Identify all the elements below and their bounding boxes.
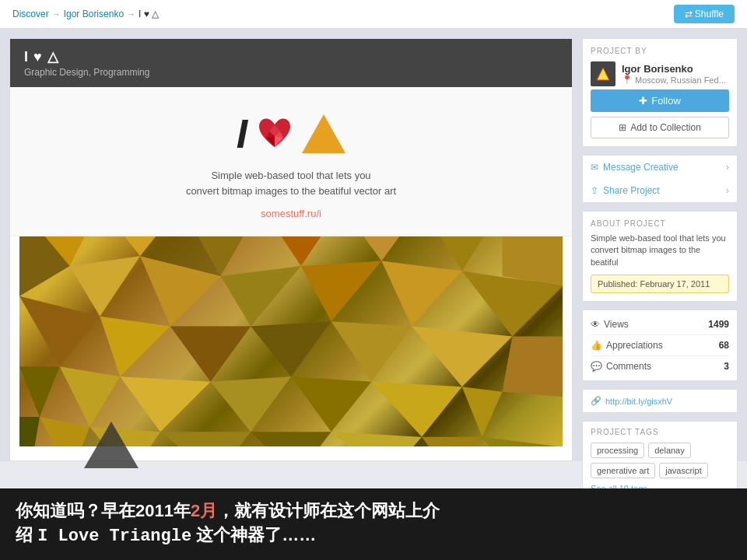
about-text: Simple web-based tool that lets you conv… — [591, 233, 729, 268]
message-arrow-icon: › — [726, 162, 729, 173]
views-icon: 👁 — [591, 319, 600, 330]
svg-marker-43 — [170, 327, 251, 382]
author-location: 📍 Moscow, Russian Fed... — [622, 75, 726, 85]
comments-icon: 💬 — [591, 361, 602, 372]
tags-label: PROJECT TAGS — [591, 428, 729, 436]
breadcrumb: Discover → Igor Borisenko → I ♥ △ — [12, 9, 159, 19]
appreciations-icon: 👍 — [591, 340, 602, 351]
tag-javascript[interactable]: javascript — [659, 463, 707, 478]
svg-marker-23 — [331, 321, 412, 382]
sidebar: PROJECT BY Igor Borisenko 📍 Moscow, Russ… — [582, 38, 738, 461]
link-icon: 🔗 — [591, 396, 601, 406]
published-badge: Published: February 17, 2011 — [591, 275, 729, 293]
follow-plus-icon: ✚ — [639, 95, 647, 107]
project-link[interactable]: somestuff.ru/i — [261, 208, 321, 219]
author-row: Igor Borisenko 📍 Moscow, Russian Fed... — [591, 61, 729, 86]
svg-marker-16 — [301, 261, 381, 322]
breadcrumb-arrow1: → — [52, 9, 61, 19]
views-label: 👁 Views — [591, 319, 629, 330]
collection-icon: ⊞ — [619, 122, 626, 133]
add-collection-button[interactable]: ⊞ Add to Collection — [591, 117, 729, 138]
breadcrumb-arrow2: → — [127, 9, 135, 19]
bottom-banner: 你知道吗？早在2011年2月，就有设计师在这个网站上介 绍 I Love Tri… — [0, 488, 747, 560]
link-card: 🔗 http://bit.ly/gisxhV — [582, 389, 738, 413]
appreciations-label: 👍 Appreciations — [591, 340, 663, 351]
tag-delanay[interactable]: delanay — [648, 443, 691, 458]
message-creative-row[interactable]: ✉ Message Creative › — [582, 155, 738, 179]
project-by-label: PROJECT BY — [591, 47, 729, 55]
project-image — [19, 236, 563, 446]
project-display: I Simple web-based tool that lets you co… — [10, 87, 572, 236]
breadcrumb-user[interactable]: Igor Borisenko — [64, 9, 124, 19]
project-header: I ♥ △ Graphic Design, Programming — [10, 39, 572, 87]
svg-marker-40 — [482, 437, 563, 446]
svg-marker-31 — [371, 382, 461, 437]
tag-processing[interactable]: processing — [591, 443, 644, 458]
project-logo: I — [26, 110, 556, 157]
sidebar-actions: ✉ Message Creative › ⇧ Share Project › — [582, 155, 738, 203]
banner-text: 你知道吗？早在2011年2月，就有设计师在这个网站上介 绍 I Love Tri… — [16, 499, 731, 549]
triangle-decoration — [84, 422, 139, 468]
banner-line1-rest: ，就有设计师在这个网站上介 — [217, 501, 440, 520]
share-project-row[interactable]: ⇧ Share Project › — [582, 179, 738, 203]
tags-row-2: generative art javascript — [591, 463, 729, 478]
comments-label: 💬 Comments — [591, 361, 651, 372]
about-card: ABOUT PROJECT Simple web-based tool that… — [582, 211, 738, 302]
shuffle-button[interactable]: ⇄ Shuffle — [674, 5, 735, 23]
logo-heart-icon — [255, 114, 294, 153]
svg-marker-20 — [100, 317, 170, 377]
tags-row: processing delanay — [591, 443, 729, 458]
share-arrow-icon: › — [726, 185, 729, 196]
comments-value: 3 — [724, 361, 729, 372]
project-subtitle: Graphic Design, Programming — [24, 67, 149, 78]
project-title: I ♥ △ — [24, 48, 149, 65]
comments-row: 💬 Comments 3 — [591, 359, 729, 374]
svg-marker-34 — [40, 417, 90, 446]
share-icon: ⇧ — [591, 185, 598, 196]
svg-marker-25 — [502, 337, 563, 397]
content-area: I ♥ △ Graphic Design, Programming I — [9, 38, 573, 461]
stats-card: 👁 Views 1499 👍 Appreciations 68 💬 Commen… — [582, 310, 738, 381]
banner-code: I Love Triangle — [37, 527, 191, 546]
svg-marker-19 — [19, 296, 100, 366]
banner-line2-rest: 这个神器了…… — [191, 525, 316, 544]
breadcrumb-current: I ♥ △ — [139, 9, 159, 19]
svg-marker-38 — [331, 432, 422, 446]
breadcrumb-discover[interactable]: Discover — [12, 9, 49, 19]
banner-line2-pre: 绍 — [16, 525, 37, 544]
svg-marker-15 — [221, 266, 301, 327]
svg-marker-29 — [211, 376, 291, 432]
about-label: ABOUT PROJECT — [591, 219, 729, 228]
svg-marker-27 — [60, 366, 121, 427]
message-icon: ✉ — [591, 162, 598, 173]
banner-line1: 你知道吗？早在2011年 — [16, 501, 191, 520]
author-avatar — [591, 61, 615, 86]
project-description: Simple web-based tool that lets you conv… — [26, 168, 556, 198]
project-url-link[interactable]: 🔗 http://bit.ly/gisxhV — [591, 396, 729, 406]
follow-button[interactable]: ✚ Follow — [591, 89, 729, 112]
svg-marker-3 — [266, 136, 275, 147]
svg-marker-26 — [19, 366, 60, 417]
top-nav: Discover → Igor Borisenko → I ♥ △ ⇄ Shuf… — [0, 0, 747, 29]
svg-marker-33 — [19, 417, 40, 446]
svg-marker-36 — [160, 432, 251, 446]
svg-marker-24 — [412, 327, 512, 387]
svg-marker-42 — [251, 321, 331, 376]
svg-marker-32 — [462, 387, 503, 437]
views-row: 👁 Views 1499 — [591, 317, 729, 332]
svg-marker-9 — [342, 236, 422, 261]
svg-marker-30 — [291, 376, 371, 432]
svg-marker-4 — [275, 136, 283, 147]
svg-marker-46 — [597, 68, 609, 80]
tag-generative-art[interactable]: generative art — [591, 463, 655, 478]
views-value: 1499 — [708, 319, 729, 330]
appreciations-value: 68 — [719, 340, 729, 351]
share-project-label: ⇧ Share Project — [591, 185, 660, 196]
author-name: Igor Borisenko — [622, 63, 726, 75]
message-creative-label: ✉ Message Creative — [591, 162, 679, 173]
svg-marker-10 — [422, 236, 502, 271]
logo-triangle-icon — [302, 114, 345, 153]
banner-highlight: 2月 — [191, 501, 217, 520]
svg-marker-39 — [422, 437, 482, 446]
svg-marker-8 — [261, 236, 341, 266]
